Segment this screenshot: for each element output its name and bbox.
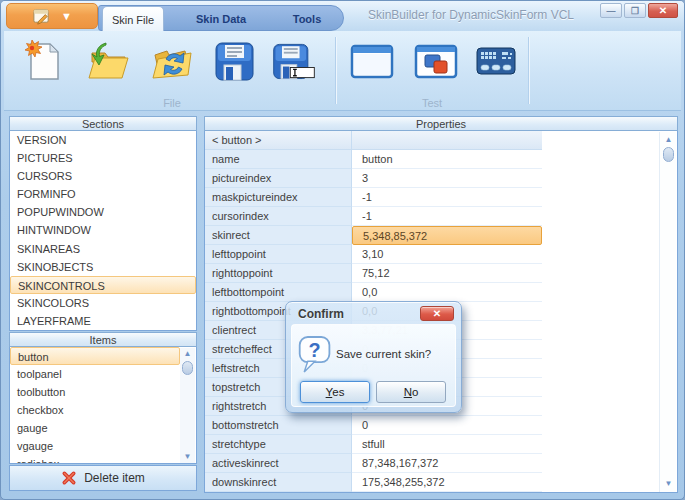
property-row[interactable]: leftbottompoint0,0 [205, 283, 542, 302]
sections-header: Sections [9, 116, 197, 131]
svg-text:?: ? [309, 339, 321, 361]
dialog-title: Confirm [298, 307, 344, 321]
new-skin-button[interactable] [16, 37, 72, 97]
window-controls: — ❐ ✕ [600, 3, 678, 18]
dialog-body: ? Save current skin? Yes No [291, 324, 456, 407]
chevron-down-icon: ▼ [61, 11, 72, 22]
app-icon [32, 7, 51, 26]
window-title: SkinBuilder for DynamicSkinForm VCL [356, 8, 586, 22]
save-icon [210, 37, 258, 85]
no-button[interactable]: No [376, 381, 446, 403]
items-list: button toolpanel toolbutton checkbox gau… [9, 347, 197, 464]
items-header: Items [9, 332, 197, 347]
ribbon-group-file-caption: File [122, 97, 222, 109]
scroll-up-icon[interactable]: ▲ [661, 134, 676, 146]
tab-skin-data[interactable]: Skin Data [171, 6, 271, 32]
property-row-selected[interactable]: skinrect5,348,85,372 [205, 226, 542, 245]
property-row[interactable]: activeskinrect87,348,167,372 [205, 454, 542, 473]
section-item[interactable]: LAYERFRAME [10, 312, 196, 330]
open-folder-icon [84, 37, 132, 85]
minimize-button[interactable]: — [600, 3, 622, 18]
save-skin-button[interactable] [206, 37, 262, 97]
property-category-row[interactable]: < button > [205, 131, 542, 150]
section-item-selected[interactable]: SKINCONTROLS [10, 276, 196, 294]
list-item[interactable]: gauge [10, 419, 180, 437]
property-row[interactable]: maskpictureindex-1 [205, 188, 542, 207]
section-item[interactable]: FORMINFO [10, 185, 196, 203]
scroll-up-icon[interactable]: ▲ [180, 348, 195, 360]
new-document-icon [20, 37, 68, 85]
items-scrollbar[interactable]: ▲ ▼ [180, 348, 195, 463]
delete-x-icon [61, 470, 77, 486]
properties-scrollbar[interactable]: ▲ ▼ [659, 132, 676, 492]
section-item[interactable]: VERSION [10, 131, 196, 149]
section-item[interactable]: SKINCOLORS [10, 294, 196, 312]
list-item[interactable]: toolpanel [10, 365, 180, 383]
test-controls-button[interactable] [408, 37, 464, 97]
application-menu-button[interactable]: ▼ [6, 3, 98, 29]
list-item-selected[interactable]: button [10, 347, 180, 365]
list-item[interactable]: toolbutton [10, 383, 180, 401]
test-panel-button[interactable] [468, 37, 524, 97]
ribbon: File [4, 31, 681, 111]
ribbon-group-separator [528, 37, 530, 104]
reload-skin-button[interactable] [144, 37, 200, 97]
ribbon-group-separator [335, 37, 337, 104]
property-row[interactable]: bottomstretch0 [205, 416, 542, 435]
test-window-button[interactable] [344, 37, 400, 97]
save-skin-as-button[interactable] [266, 37, 322, 97]
property-row[interactable]: pictureindex3 [205, 169, 542, 188]
save-as-icon [270, 37, 318, 85]
properties-header: Properties [204, 116, 678, 131]
property-row[interactable]: downskinrect175,348,255,372 [205, 473, 542, 492]
property-row[interactable]: lefttoppoint3,10 [205, 245, 542, 264]
app-window: ▼ Skin File Skin Data Tools SkinBuilder … [0, 0, 685, 500]
dialog-message: Save current skin? [336, 348, 431, 360]
scrollbar-thumb[interactable] [663, 147, 674, 162]
ribbon-group-test-caption: Test [382, 97, 482, 109]
section-item[interactable]: HINTWINDOW [10, 221, 196, 239]
titlebar: ▼ Skin File Skin Data Tools SkinBuilder … [1, 1, 684, 31]
confirm-dialog: Confirm ✕ ? Save current skin? Yes No [285, 301, 462, 413]
dialog-close-button[interactable]: ✕ [420, 306, 454, 321]
list-item[interactable]: checkbox [10, 401, 180, 419]
tab-skin-file[interactable]: Skin File [102, 6, 164, 33]
delete-item-button[interactable]: Delete item [9, 465, 197, 491]
property-row[interactable]: namebutton [205, 150, 542, 169]
test-window-icon [348, 37, 396, 85]
reload-folder-icon [148, 37, 196, 85]
sections-list: VERSION PICTURES CURSORS FORMINFO POPUPW… [9, 131, 197, 331]
scroll-down-icon[interactable]: ▼ [661, 478, 676, 490]
scrollbar-thumb[interactable] [182, 361, 193, 375]
section-item[interactable]: SKINAREAS [10, 240, 196, 258]
section-item[interactable]: SKINOBJECTS [10, 258, 196, 276]
question-icon: ? [297, 334, 333, 376]
property-row[interactable]: stretchtypestfull [205, 435, 542, 454]
maximize-button[interactable]: ❐ [624, 3, 646, 18]
close-button[interactable]: ✕ [648, 3, 678, 18]
test-controls-icon [412, 37, 460, 85]
property-row[interactable]: cursorindex-1 [205, 207, 542, 226]
delete-item-label: Delete item [84, 471, 145, 485]
ribbon-tabstrip: Skin File Skin Data Tools [98, 5, 344, 31]
scroll-down-icon[interactable]: ▼ [180, 451, 195, 463]
list-item[interactable]: radiobox [10, 455, 180, 464]
list-item[interactable]: vgauge [10, 437, 180, 455]
yes-button[interactable]: Yes [300, 381, 370, 403]
property-row[interactable]: righttoppoint75,12 [205, 264, 542, 283]
section-item[interactable]: CURSORS [10, 167, 196, 185]
tab-tools[interactable]: Tools [274, 6, 340, 32]
open-skin-button[interactable] [80, 37, 136, 97]
test-panel-icon [472, 37, 520, 85]
section-item[interactable]: POPUPWINDOW [10, 203, 196, 221]
section-item[interactable]: PICTURES [10, 149, 196, 167]
